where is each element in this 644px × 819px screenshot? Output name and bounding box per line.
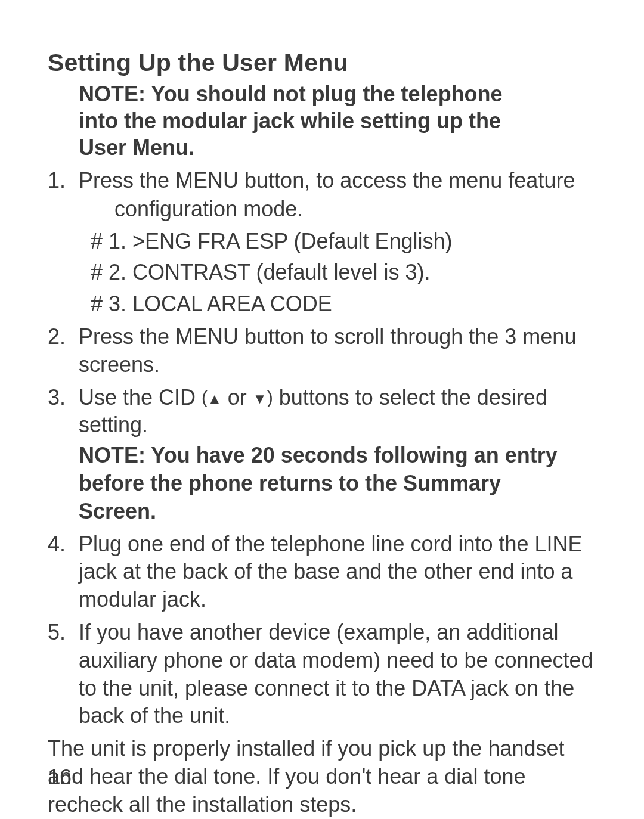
- note-setup-warning: NOTE: You should not plug the telephone …: [79, 80, 537, 161]
- step-5-text: If you have another device (example, an …: [79, 620, 593, 728]
- step-number: 4.: [48, 531, 66, 559]
- step-1: 1. Press the MENU button, to access the …: [48, 167, 596, 318]
- step-5: 5. If you have another device (example, …: [48, 619, 596, 730]
- step-4: 4. Plug one end of the telephone line co…: [48, 531, 596, 614]
- section-heading: Setting Up the User Menu: [48, 48, 596, 78]
- step-3: 3. Use the CID (▲ or ▼) buttons to selec…: [48, 384, 596, 526]
- step-2: 2. Press the MENU button to scroll throu…: [48, 323, 596, 379]
- steps-list: 1. Press the MENU button, to access the …: [48, 167, 596, 730]
- menu-option-contrast: # 2. CONTRAST (default level is 3).: [91, 259, 596, 287]
- step-number: 1.: [48, 167, 66, 195]
- step-number: 5.: [48, 619, 66, 647]
- menu-option-language: # 1. >ENG FRA ESP (Default English): [91, 228, 596, 256]
- or-text: or: [222, 385, 253, 410]
- step-3-pre: Use the CID: [79, 385, 202, 410]
- note-timeout: NOTE: You have 20 seconds following an e…: [79, 442, 561, 525]
- paren-open: (: [202, 387, 208, 407]
- step-1-line1: Press the MENU button, to access the men…: [79, 168, 575, 193]
- step-2-text: Press the MENU button to scroll through …: [79, 324, 576, 377]
- paren-close: ): [267, 387, 273, 407]
- page-number: 16: [48, 764, 72, 790]
- step-1-line2: configuration mode.: [114, 195, 596, 224]
- up-triangle-icon: ▲: [208, 390, 222, 407]
- manual-page: Setting Up the User Menu NOTE: You shoul…: [0, 0, 644, 819]
- menu-option-area-code: # 3. LOCAL AREA CODE: [91, 290, 596, 318]
- step-4-text: Plug one end of the telephone line cord …: [79, 532, 583, 612]
- closing-paragraph: The unit is properly installed if you pi…: [48, 735, 596, 818]
- down-triangle-icon: ▼: [253, 390, 267, 407]
- step-number: 2.: [48, 323, 66, 351]
- step-number: 3.: [48, 384, 66, 412]
